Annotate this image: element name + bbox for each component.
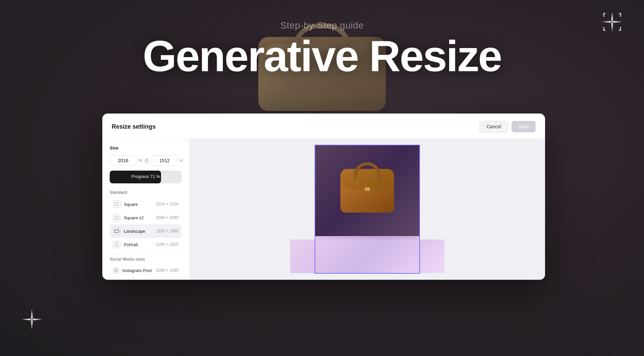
preset-square-x2[interactable]: Square x2 2048 × 2048	[110, 211, 182, 224]
modal-actions: Cancel Save	[479, 121, 536, 132]
preset-portrait-name: Portrait	[124, 242, 153, 247]
preset-instagram[interactable]: Instagram Post 1080 × 1080	[110, 264, 182, 276]
square-icon	[113, 201, 120, 208]
height-unit: H	[180, 158, 183, 163]
resize-modal: Resize settings Cancel Save Size W H	[102, 114, 545, 280]
cancel-button[interactable]: Cancel	[479, 121, 508, 132]
preset-landscape[interactable]: Landscape 1920 × 1080	[110, 224, 182, 238]
svg-rect-2	[115, 216, 118, 219]
preset-square-x2-name: Square x2	[124, 215, 153, 220]
instagram-icon	[113, 267, 119, 273]
svg-rect-4	[115, 242, 118, 247]
bag-clasp	[365, 187, 370, 191]
sparkle-icon-tr	[600, 10, 624, 35]
svg-rect-3	[115, 230, 119, 232]
preset-square[interactable]: Square 1024 × 1024	[110, 197, 182, 211]
canvas-bottom-full	[290, 239, 444, 273]
canvas-bag	[334, 155, 401, 233]
preset-square-dims: 1024 × 1024	[156, 202, 178, 207]
divider	[110, 254, 182, 254]
header-area: Step-by-Step guide Generative Resize	[0, 20, 644, 78]
preset-landscape-dims: 1920 × 1080	[156, 229, 178, 233]
save-button[interactable]: Save	[512, 121, 536, 132]
preset-portrait[interactable]: Portrait 1280 × 1920	[110, 238, 182, 251]
svg-rect-0	[145, 160, 148, 163]
portrait-icon	[113, 241, 120, 248]
left-panel: Size W H Progress 71 % Standard	[102, 139, 190, 280]
preset-portrait-dims: 1280 × 1920	[156, 242, 178, 247]
preset-square-x2-dims: 2048 × 2048	[156, 215, 178, 220]
height-input[interactable]	[151, 155, 178, 166]
preset-instagram-name: Instagram Post	[122, 268, 153, 273]
main-title: Generative Resize	[0, 34, 644, 78]
width-unit: W	[139, 158, 142, 163]
preset-square-name: Square	[124, 202, 153, 207]
modal-header: Resize settings Cancel Save	[102, 114, 545, 139]
canvas-panel	[190, 139, 545, 280]
canvas-area	[190, 139, 545, 280]
canvas-bag-shoulder	[354, 162, 381, 179]
standard-section-label: Standard	[110, 190, 182, 195]
svg-point-6	[115, 270, 117, 271]
lock-icon[interactable]	[144, 158, 149, 163]
size-inputs: W H	[110, 155, 182, 166]
modal-body: Size W H Progress 71 % Standard	[102, 139, 545, 280]
modal-title: Resize settings	[112, 123, 156, 130]
svg-rect-5	[114, 269, 118, 272]
sparkle-icon-tl	[20, 308, 44, 332]
preset-instagram-dims: 1080 × 1080	[156, 268, 178, 273]
step-subtitle: Step-by-Step guide	[0, 20, 644, 31]
size-label: Size	[110, 145, 182, 150]
social-section-label: Social Media sizes	[110, 257, 182, 262]
canvas-container	[290, 145, 444, 273]
svg-point-7	[117, 269, 117, 270]
width-input[interactable]	[110, 155, 137, 166]
svg-rect-1	[115, 203, 118, 206]
progress-label: Progress 71 %	[131, 174, 160, 179]
progress-bar-container: Progress 71 %	[110, 171, 182, 183]
square-x2-icon	[113, 214, 120, 221]
landscape-icon	[113, 227, 120, 235]
preset-landscape-name: Landscape	[124, 229, 153, 234]
